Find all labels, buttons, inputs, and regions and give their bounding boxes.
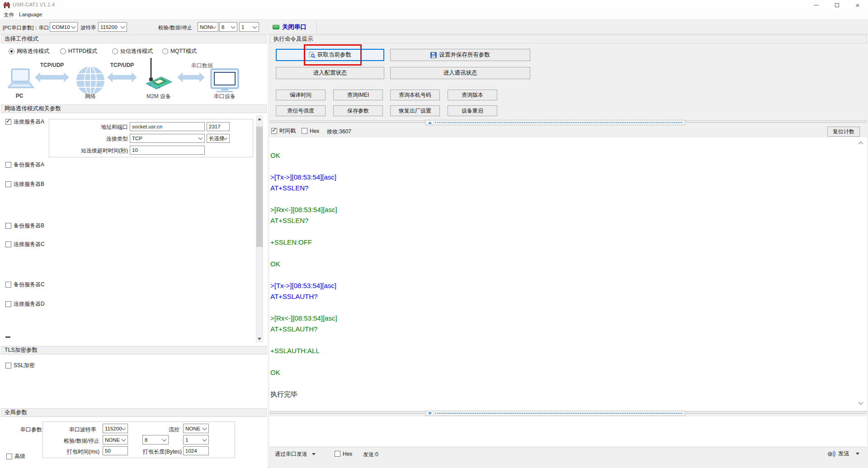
server-checkbox-row[interactable]: 备份服务器A: [5, 161, 44, 168]
splitter-bottom-handle[interactable]: [425, 411, 685, 416]
server-checkbox-row[interactable]: 连接服务器C: [5, 241, 45, 248]
minimize-button[interactable]: [806, 0, 826, 10]
hex-checkbox-send[interactable]: Hex: [335, 450, 352, 457]
left-panel: 选择工作模式 网络透传模式HTTPD模式短信透传模式MQTT模式: [0, 34, 268, 468]
hex-checkbox-recv[interactable]: Hex: [302, 128, 319, 134]
command-button[interactable]: 查询版本: [448, 90, 497, 100]
ssl-checkbox[interactable]: SSL加密: [5, 362, 35, 369]
command-button[interactable]: 保存参数: [333, 105, 383, 116]
checkbox-icon[interactable]: [5, 162, 11, 168]
send-input-area[interactable]: [269, 416, 867, 447]
scrollbar-up-arrow[interactable]: [256, 115, 263, 123]
command-button[interactable]: 查询本机号码: [390, 90, 440, 100]
params-scrollbar[interactable]: [256, 115, 263, 343]
data-bits-select[interactable]: 8: [219, 22, 237, 32]
send-via-serial-dropdown[interactable]: 通过串口发送: [273, 449, 317, 459]
checkbox-icon[interactable]: [6, 454, 12, 459]
address-value: socket.usr.cn: [132, 124, 162, 129]
checkbox-icon[interactable]: [5, 119, 11, 125]
parity-select[interactable]: NONI: [198, 22, 218, 32]
link3-label: 串口数据: [191, 62, 213, 70]
advanced-label: 高级: [14, 453, 25, 460]
flow-select[interactable]: NONE: [183, 424, 209, 433]
checkbox-icon[interactable]: [5, 241, 11, 247]
serial-data-bits-select[interactable]: 8: [142, 435, 169, 444]
server-checkbox-row[interactable]: 连接服务器D: [5, 301, 45, 307]
checkbox-icon[interactable]: [271, 128, 277, 134]
persist-select[interactable]: 长连接: [207, 134, 230, 143]
checkbox-icon[interactable]: [5, 301, 11, 307]
command-button[interactable]: 查询IMEI: [333, 90, 383, 100]
send-button[interactable]: 发送: [826, 449, 859, 459]
stop-bits-select[interactable]: 1: [239, 22, 259, 32]
serial-stop-bits-select[interactable]: 1: [183, 435, 209, 444]
checkbox-icon[interactable]: [335, 451, 340, 457]
work-mode-option[interactable]: 网络透传模式: [9, 48, 49, 55]
log-area[interactable]: OK>[Tx->][08:53:54][asc]AT+SSLEN?>[Rx<-]…: [269, 137, 867, 411]
radio-icon[interactable]: [112, 48, 118, 54]
packlen-value: 1024: [185, 448, 197, 454]
log-scroll-down-icon[interactable]: [858, 400, 863, 405]
conn-type-select[interactable]: TCP: [130, 134, 205, 143]
packtime-input[interactable]: 50: [103, 446, 128, 455]
enter-comm-button[interactable]: 进入通讯状态: [390, 67, 530, 79]
server-checkbox-row[interactable]: 备份服务器C: [5, 281, 45, 288]
checkbox-icon[interactable]: [5, 282, 11, 288]
server-checkbox-label: 连接服务器B: [14, 180, 44, 188]
get-params-button[interactable]: 获取当前参数: [276, 49, 384, 61]
dropdown-arrow-icon: [312, 453, 316, 455]
command-button[interactable]: 设备重启: [448, 105, 497, 116]
work-mode-option[interactable]: HTTPD模式: [60, 48, 97, 55]
addr-label: 地址和端口: [68, 123, 128, 131]
server-checkbox-row[interactable]: 备份服务器B: [5, 222, 44, 229]
server-checkbox-row[interactable]: 连接服务器B: [5, 181, 44, 188]
checkbox-icon[interactable]: [302, 128, 307, 134]
maximize-button[interactable]: [826, 0, 847, 10]
serial-parity-select[interactable]: NONE: [103, 435, 128, 444]
close-port-button[interactable]: 关闭串口: [273, 22, 314, 33]
command-button[interactable]: 恢复出厂设置: [390, 105, 440, 116]
splitter-bottom[interactable]: [269, 411, 867, 416]
radio-icon[interactable]: [60, 48, 66, 54]
server-a-checkbox[interactable]: 连接服务器A: [5, 118, 44, 125]
com-port-select[interactable]: COM10: [50, 22, 78, 32]
menu-language[interactable]: Language: [17, 11, 44, 18]
set-save-button[interactable]: 设置并保存所有参数: [390, 49, 530, 61]
set-save-label: 设置并保存所有参数: [439, 51, 490, 59]
maximize-icon: [835, 3, 839, 7]
work-mode-option[interactable]: 短信透传模式: [112, 48, 153, 55]
checkbox-icon[interactable]: [5, 181, 11, 187]
packlen-input[interactable]: 1024: [183, 446, 209, 455]
close-port-label: 关闭串口: [282, 23, 307, 31]
menu-file[interactable]: 文件: [2, 11, 16, 19]
close-button[interactable]: ×: [847, 0, 868, 10]
timeout-input[interactable]: 10: [130, 146, 205, 155]
splitter-top[interactable]: [269, 120, 867, 125]
baud-select[interactable]: 115200: [98, 22, 127, 32]
scrollbar-thumb[interactable]: [256, 127, 263, 247]
splitter-top-handle[interactable]: [425, 120, 685, 125]
radio-icon[interactable]: [9, 48, 14, 54]
radio-icon[interactable]: [162, 48, 168, 54]
timestamp-checkbox[interactable]: 时间戳: [271, 128, 296, 134]
scrollbar-down-arrow[interactable]: [256, 335, 263, 343]
timeout-label: 短连接超时时间(秒): [63, 147, 128, 155]
reset-counter-button[interactable]: 复位计数: [827, 127, 860, 137]
command-button[interactable]: 编译时间: [276, 90, 326, 100]
enter-config-button[interactable]: 进入配置状态: [276, 67, 384, 79]
address-input[interactable]: socket.usr.cn: [130, 122, 205, 131]
serial-baud-select[interactable]: 115200: [103, 424, 128, 433]
checkbox-icon[interactable]: [5, 223, 11, 229]
arrow-down-icon: [258, 338, 261, 340]
log-line: [270, 248, 337, 259]
checkbox-icon[interactable]: [5, 363, 11, 369]
advanced-checkbox[interactable]: 高级: [6, 453, 25, 460]
command-button[interactable]: 查信号强度: [276, 105, 326, 116]
baud-value: 115200: [100, 24, 118, 30]
server-checkbox-label: 备份服务器B: [14, 222, 44, 230]
work-mode-option[interactable]: MQTT模式: [162, 48, 197, 55]
port-input[interactable]: 2317: [207, 122, 230, 131]
stop-bits-value: 1: [241, 24, 244, 30]
log-scroll-up-icon[interactable]: [858, 141, 863, 146]
pc-serial-label: [PC串口参数]：串口号: [3, 24, 54, 31]
